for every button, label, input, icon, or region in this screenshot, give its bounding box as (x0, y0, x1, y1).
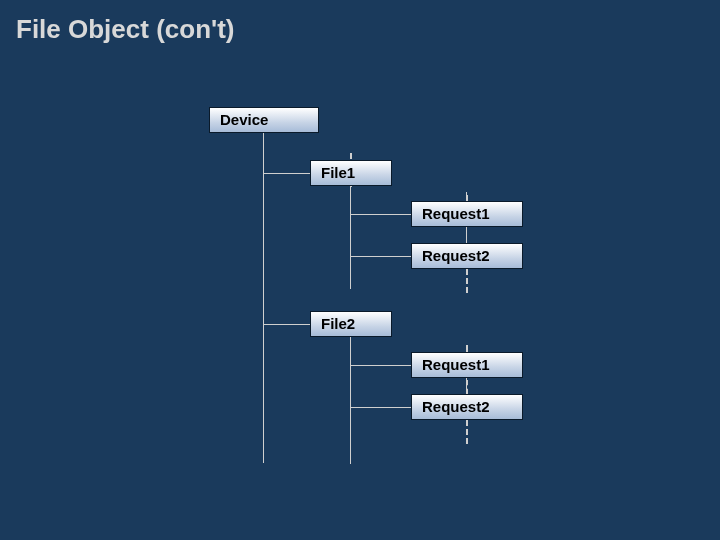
connector-line (350, 365, 411, 366)
connector-dash (466, 420, 468, 444)
connector-line (263, 173, 310, 174)
connector-line (350, 337, 351, 464)
node-device: Device (209, 107, 319, 133)
node-request1: Request1 (411, 352, 523, 378)
node-request2: Request2 (411, 394, 523, 420)
connector-line (350, 214, 411, 215)
node-file1: File1 (310, 160, 392, 186)
page-title: File Object (con't) (16, 14, 235, 45)
connector-line (263, 133, 264, 463)
connector-line (350, 407, 411, 408)
connector-line (350, 256, 411, 257)
connector-dash (466, 269, 468, 293)
connector-line (350, 186, 351, 289)
node-request1: Request1 (411, 201, 523, 227)
node-request2: Request2 (411, 243, 523, 269)
connector-line (263, 324, 310, 325)
node-file2: File2 (310, 311, 392, 337)
